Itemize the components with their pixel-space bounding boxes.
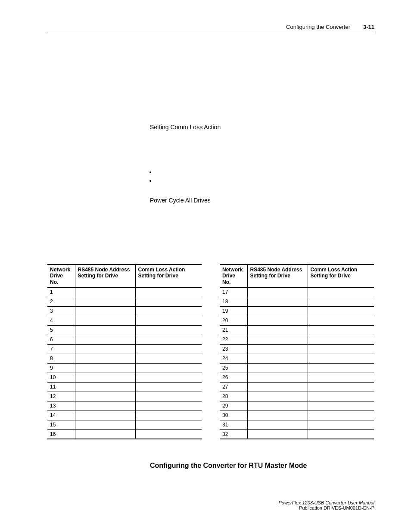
cell-comm-loss: [135, 363, 202, 373]
cell-node-address: [75, 392, 135, 401]
cell-node-address: [75, 287, 135, 297]
cell-node-address: [247, 344, 308, 354]
cell-drive-no: 9: [47, 363, 75, 373]
cell-drive-no: 13: [47, 401, 75, 411]
cell-node-address: [247, 354, 308, 363]
section-heading-rtu-master: Configuring the Converter for RTU Master…: [150, 462, 374, 470]
cell-comm-loss: [135, 429, 202, 439]
cell-node-address: [75, 325, 135, 335]
cell-node-address: [75, 335, 135, 344]
table-row: 22: [220, 335, 374, 344]
cell-comm-loss: [135, 306, 202, 316]
table-row: 2: [47, 297, 202, 306]
running-header: Configuring the Converter 3-11: [47, 24, 374, 30]
cell-comm-loss: [135, 354, 202, 363]
cell-drive-no: 2: [47, 297, 75, 306]
cell-comm-loss: [308, 382, 374, 392]
cell-comm-loss: [308, 373, 374, 382]
cell-comm-loss: [308, 392, 374, 401]
cell-drive-no: 16: [47, 429, 75, 439]
bullet-list: [156, 168, 374, 184]
table-row: 29: [220, 401, 374, 411]
table-row: 12: [47, 392, 202, 401]
section-heading-wrap: Configuring the Converter for RTU Master…: [47, 462, 374, 470]
table-row: 21: [220, 325, 374, 335]
table-row: 25: [220, 363, 374, 373]
cell-node-address: [75, 401, 135, 411]
page-footer: PowerFlex 1203-USB Converter User Manual…: [278, 500, 374, 510]
cell-node-address: [75, 420, 135, 429]
cell-comm-loss: [308, 316, 374, 325]
footer-publication-id: Publication DRIVES-UM001D-EN-P: [278, 505, 374, 510]
col-header-drive-no: Network Drive No.: [47, 264, 75, 287]
cell-comm-loss: [135, 411, 202, 420]
table-row: 15: [47, 420, 202, 429]
table-row: 24: [220, 354, 374, 363]
col-header-node-address: RS485 Node Address Setting for Drive: [75, 264, 135, 287]
table-row: 19: [220, 306, 374, 316]
cell-drive-no: 5: [47, 325, 75, 335]
table-row: 5: [47, 325, 202, 335]
cell-node-address: [247, 392, 308, 401]
cell-comm-loss: [308, 411, 374, 420]
cell-drive-no: 8: [47, 354, 75, 363]
cell-comm-loss: [308, 401, 374, 411]
cell-comm-loss: [308, 287, 374, 297]
step-heading-comm-loss: Setting Comm Loss Action: [150, 124, 374, 131]
table-row: 27: [220, 382, 374, 392]
cell-drive-no: 21: [220, 325, 247, 335]
cell-node-address: [247, 429, 308, 439]
cell-node-address: [247, 335, 308, 344]
cell-comm-loss: [308, 344, 374, 354]
page-container: Configuring the Converter 3-11 Setting C…: [0, 0, 411, 532]
cell-comm-loss: [135, 335, 202, 344]
cell-node-address: [247, 401, 308, 411]
table-row: 8: [47, 354, 202, 363]
cell-comm-loss: [308, 297, 374, 306]
cell-node-address: [75, 306, 135, 316]
cell-node-address: [247, 325, 308, 335]
drive-table-right: Network Drive No. RS485 Node Address Set…: [220, 264, 374, 439]
cell-drive-no: 31: [220, 420, 247, 429]
table-header-row: Network Drive No. RS485 Node Address Set…: [47, 264, 202, 287]
step-group: Setting Comm Loss Action Power Cycle All…: [150, 124, 374, 204]
table-header-row: Network Drive No. RS485 Node Address Set…: [220, 264, 374, 287]
cell-node-address: [247, 382, 308, 392]
cell-node-address: [75, 429, 135, 439]
cell-drive-no: 27: [220, 382, 247, 392]
cell-comm-loss: [135, 325, 202, 335]
cell-comm-loss: [135, 401, 202, 411]
table-row: 7: [47, 344, 202, 354]
cell-comm-loss: [135, 344, 202, 354]
cell-drive-no: 1: [47, 287, 75, 297]
cell-comm-loss: [308, 429, 374, 439]
table-row: 11: [47, 382, 202, 392]
table-row: 10: [47, 373, 202, 382]
cell-drive-no: 12: [47, 392, 75, 401]
cell-node-address: [247, 306, 308, 316]
cell-drive-no: 24: [220, 354, 247, 363]
table-row: 16: [47, 429, 202, 439]
cell-drive-no: 4: [47, 316, 75, 325]
table-row: 14: [47, 411, 202, 420]
drive-table-left: Network Drive No. RS485 Node Address Set…: [47, 264, 202, 439]
cell-drive-no: 7: [47, 344, 75, 354]
cell-comm-loss: [308, 420, 374, 429]
table-row: 23: [220, 344, 374, 354]
table-body-right: 17181920212223242526272829303132: [220, 287, 374, 439]
cell-comm-loss: [308, 325, 374, 335]
header-rule: [47, 33, 374, 33]
cell-comm-loss: [308, 335, 374, 344]
cell-node-address: [75, 344, 135, 354]
col-header-comm-loss: Comm Loss Action Setting for Drive: [308, 264, 374, 287]
cell-drive-no: 15: [47, 420, 75, 429]
cell-node-address: [247, 363, 308, 373]
cell-node-address: [247, 287, 308, 297]
header-section-title: Configuring the Converter: [286, 24, 350, 30]
header-page-number: 3-11: [363, 24, 374, 30]
cell-drive-no: 14: [47, 411, 75, 420]
col-header-drive-no: Network Drive No.: [220, 264, 247, 287]
table-row: 13: [47, 401, 202, 411]
cell-drive-no: 26: [220, 373, 247, 382]
cell-drive-no: 30: [220, 411, 247, 420]
